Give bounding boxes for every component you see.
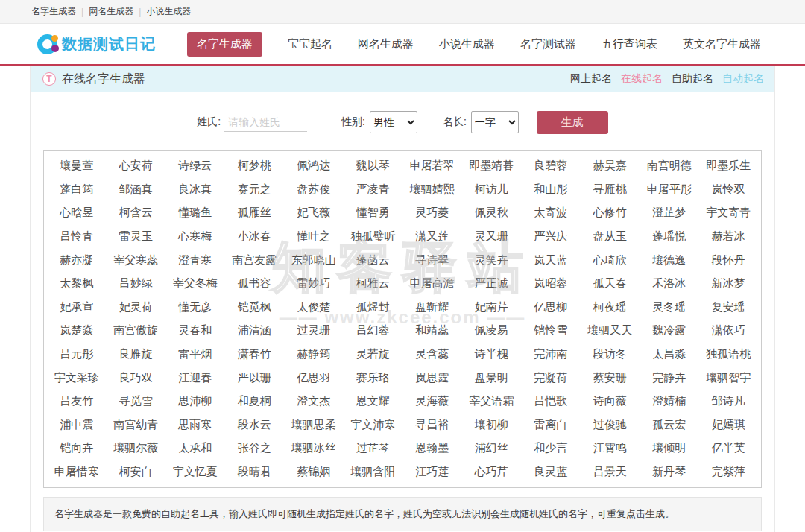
name-row: 吕元彤良雁旋雷平烟潇春竹赫静筠灵若旋灵含蕊诗半槐完沛南段访冬太昌淼独孤语桃 [47,343,758,367]
name-item: 思沛柳 [165,394,225,408]
name-item: 吕景天 [581,465,640,479]
name-item: 懂叶之 [284,229,344,244]
name-item: 孤雁丝 [225,206,285,220]
name-item: 良灵蓝 [521,465,581,479]
name-item: 宰父冬梅 [165,276,225,291]
name-item: 宇文寄青 [699,206,759,220]
name-item: 寻昌裕 [402,418,462,432]
name-item: 严正诚 [462,276,522,291]
name-item: 张谷之 [225,441,285,455]
name-row: 蓬白筠邹涵真良冰真赛元之盘苏俊严凌青壤驷婧熙柯访儿和山彤寻雁桃申屠平彤岚怜双 [47,178,758,202]
name-item: 雷妙巧 [284,276,344,291]
name-item: 吕幻蓉 [344,323,403,338]
name-item: 潇依巧 [699,323,759,338]
name-item: 柯雅云 [344,276,403,291]
nav-item[interactable]: 名字生成器 [187,32,262,57]
generate-button[interactable]: 生成 [537,111,608,134]
panel-link[interactable]: 在线起名 [621,72,663,86]
name-item: 即墨靖暮 [462,159,522,173]
name-item: 壤驷又天 [581,323,640,338]
name-item: 心巧芹 [462,465,522,479]
topbar-link[interactable]: 小说生成器 [146,5,191,18]
name-item: 诗向薇 [581,394,640,408]
name-item: 心寒梅 [165,229,225,244]
name-item: 申屠平彤 [640,183,699,197]
name-item: 段水云 [225,418,285,432]
name-item: 妃飞薇 [284,206,344,220]
name-item: 孤云宏 [640,418,699,432]
length-select[interactable]: 一字 [471,111,519,133]
names-grid: 知客驿站 —— www.zkcee.com —— 壤曼萱心安荷诗绿云柯梦桃佩鸿达… [43,150,762,488]
name-item: 澄芷梦 [640,206,699,220]
name-item: 赛元之 [225,183,285,197]
name-item: 独孤璧昕 [344,229,403,244]
name-item: 岚怜双 [699,183,759,197]
name-item: 过芷琴 [344,441,403,455]
nav-item[interactable]: 宝宝起名 [288,32,332,57]
name-item: 诗半槐 [462,347,522,361]
name-item: 蔡安珊 [581,371,640,385]
name-item: 吕怜青 [47,229,107,244]
name-item: 澄文杰 [284,394,344,408]
nav-item[interactable]: 名字测试器 [520,32,576,57]
name-item: 严兴庆 [521,229,581,244]
page-title: 在线名字生成器 [62,72,145,87]
surname-input[interactable] [224,113,307,132]
name-row: 岚楚焱南宫傲旋灵春和浦清涵过灵珊吕幻蓉和靖蕊佩凌易铠怜雪壤驷又天魏冷露潇依巧 [47,319,758,343]
topbar-divider: | [139,7,141,17]
name-item: 孤天春 [581,276,640,291]
name-item: 妃嫣琪 [699,418,759,432]
name-item: 灵若旋 [344,347,403,361]
name-item: 蔡锦姻 [284,465,344,479]
footer-note: 名字生成器是一款免费的自助起名工具，输入姓氏即可随机生成指定姓氏的名字，姓氏为空… [43,497,762,531]
name-item: 亿思羽 [284,371,344,385]
panel-link[interactable]: 网上起名 [570,72,612,86]
nav-item[interactable]: 小说生成器 [439,32,495,57]
topbar-link[interactable]: 网名生成器 [89,5,133,18]
name-item: 即墨乐生 [699,159,759,173]
name-item: 雷离白 [521,418,581,432]
name-item: 心安荷 [107,159,166,173]
main-panel: T 在线名字生成器 网上起名在线起名自助起名自动起名 姓氏: 性别: 男性 名长… [30,66,775,532]
name-item: 澄青寒 [165,253,225,267]
panel-link[interactable]: 自助起名 [672,72,713,86]
panel-link[interactable]: 自动起名 [722,72,764,86]
nav-item[interactable]: 网名生成器 [358,32,414,57]
name-item: 佩灵秋 [462,206,522,220]
nav-item[interactable]: 五行查询表 [602,32,657,57]
name-item: 段怀丹 [699,253,759,267]
name-row: 心晗昱柯含云懂璐鱼孤雁丝妃飞薇懂智勇灵巧菱佩灵秋太寄波心修竹澄芷梦宇文寄青 [47,201,758,225]
name-item: 寻雁桃 [581,183,640,197]
nav-item[interactable]: 英文名字生成器 [683,32,761,57]
name-item: 雷平烟 [165,347,225,361]
name-item: 佩凌易 [462,323,522,338]
name-item: 灵巧菱 [402,206,462,220]
name-item: 壤德逸 [640,253,699,267]
name-row: 吕友竹寻觅雪思沛柳和夏桐澄文杰恩文耀灵海薇宰父语霜吕恺歌诗向薇澄婧楠邹诗凡 [47,390,758,414]
name-item: 浦幻丝 [462,441,522,455]
site-logo[interactable]: 数据测试日记 [37,34,156,54]
name-item: 恩文耀 [344,394,403,408]
name-row: 宇文采珍良巧双江迎春严以珊亿思羽赛乐珞岚思霆盘景明完凝荷蔡安珊完静卉壤驷智宇 [47,366,758,390]
name-item: 思雨寒 [165,418,225,432]
name-item: 妃承宣 [47,300,107,314]
name-item: 段晴君 [225,465,285,479]
name-item: 申屠若翠 [402,159,462,173]
name-item: 太俊楚 [284,300,344,314]
name-item: 申屠惜寒 [47,465,107,479]
name-item: 柯安白 [107,465,166,479]
gender-select[interactable]: 男性 [370,111,417,133]
name-item: 壤驷尔薇 [107,441,166,455]
name-item: 灵海薇 [402,394,462,408]
name-row: 浦中震南宫幼青思雨寒段水云壤驷思柔宇文沛寒寻昌裕壤初柳雷离白过俊驰孤云宏妃嫣琪 [47,414,758,437]
name-item: 浦中震 [47,418,107,432]
name-item: 灵笑卉 [462,253,522,267]
name-item: 太黎枫 [47,276,107,291]
name-item: 严以珊 [225,371,285,385]
name-item: 灵又珊 [462,229,522,244]
topbar-link[interactable]: 名字生成器 [31,5,76,18]
name-row: 铠向卉壤驷尔薇太承和张谷之壤驷冰丝过芷琴恩翰墨浦幻丝和少言江霄鸣壤倾明亿半芙 [47,437,758,460]
logo-donut-icon [37,34,57,54]
name-item: 新丹琴 [640,465,699,479]
topbar: 名字生成器|网名生成器|小说生成器 [0,0,805,24]
